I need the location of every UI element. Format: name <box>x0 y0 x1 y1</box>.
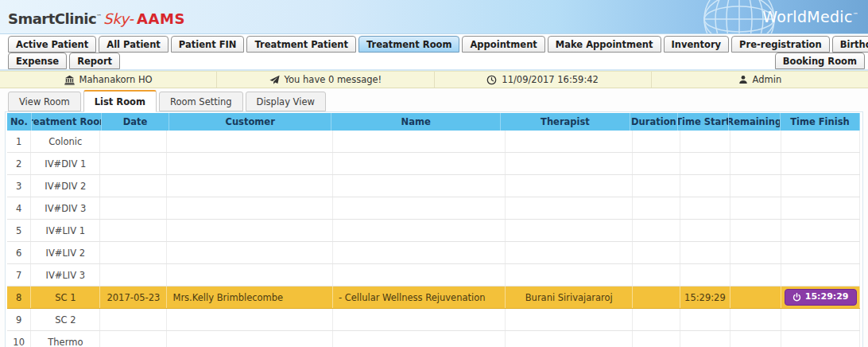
status-text: 11/09/2017 16:59:42 <box>502 74 599 85</box>
time-finish-button[interactable]: 15:29:29 <box>785 289 857 306</box>
main-menu: Active PatientAll PatientPatient FINTrea… <box>0 34 868 69</box>
table-row[interactable]: 4IV#DIV 3 <box>7 197 860 220</box>
status-mahanakorn-ho: Mahanakorn HO <box>0 72 217 88</box>
cell-therapist <box>506 242 633 263</box>
cell-time-finish <box>781 331 860 347</box>
tab-active-patient[interactable]: Active Patient <box>8 36 96 53</box>
cell-therapist <box>506 197 633 219</box>
cell-time-finish <box>781 197 860 219</box>
tab-appointment[interactable]: Appointment <box>462 36 544 53</box>
cell-no: 3 <box>7 175 31 197</box>
status-11-09-2017-16-59-42: 11/09/2017 16:59:42 <box>435 72 652 88</box>
cell-time-start <box>680 242 730 263</box>
subtab-display-view[interactable]: Display View <box>246 92 326 111</box>
subtab-room-setting[interactable]: Room Setting <box>159 92 243 111</box>
cell-remaining <box>730 242 782 263</box>
cell-name: - Cellular Wellness Rejuvenation <box>333 287 506 308</box>
room-table: No.Treatment RoomDateCustomerNameTherapi… <box>7 113 860 347</box>
col-header-date: Date <box>102 113 169 131</box>
cell-therapist <box>506 175 633 197</box>
brand-smartclinic: SmartClinic <box>8 10 96 27</box>
table-row[interactable]: 9SC 2 <box>7 309 860 331</box>
cell-date <box>100 131 167 152</box>
cell-treatment-room: IV#LIV 2 <box>31 242 100 263</box>
cell-time-finish <box>781 131 860 152</box>
cell-date <box>100 220 167 241</box>
cell-date <box>100 331 167 347</box>
cell-remaining <box>730 175 782 197</box>
cell-no: 2 <box>7 153 31 174</box>
status-text: You have 0 message! <box>285 74 382 85</box>
tab-treatment-room[interactable]: Treatment Room <box>358 36 459 53</box>
tab-report[interactable]: Report <box>69 53 120 69</box>
tab-all-patient[interactable]: All Patient <box>99 36 169 53</box>
table-row[interactable]: 10Thermo <box>7 331 860 347</box>
tab-treatment-patient[interactable]: Treatment Patient <box>246 36 356 53</box>
cell-date <box>100 175 167 197</box>
menu-row2-right-group: Booking Room <box>775 53 865 69</box>
cell-customer <box>167 131 332 152</box>
cell-remaining <box>730 331 782 347</box>
cell-no: 9 <box>7 309 31 330</box>
tab-make-appointment[interactable]: Make Appointment <box>548 36 661 53</box>
cell-date: 2017-05-23 <box>100 287 167 308</box>
cell-customer <box>167 197 332 219</box>
col-header-treatment-room: Treatment Room <box>32 113 102 131</box>
cell-customer <box>167 242 332 263</box>
cell-no: 10 <box>7 331 31 347</box>
cell-name <box>333 264 506 286</box>
table-body: 1Colonic2IV#DIV 13IV#DIV 24IV#DIV 35IV#L… <box>7 131 860 347</box>
tab-pre-registration[interactable]: Pre-registration <box>731 36 830 53</box>
cell-treatment-room: IV#DIV 2 <box>31 175 100 197</box>
cell-remaining <box>730 287 782 308</box>
tab-patient-fin[interactable]: Patient FIN <box>171 36 245 53</box>
cell-name <box>333 220 506 241</box>
cell-customer <box>167 153 332 174</box>
tab-inventory[interactable]: Inventory <box>664 36 730 53</box>
cell-duration <box>633 264 680 286</box>
cell-no: 6 <box>7 242 31 263</box>
table-row[interactable]: 8SC 12017-05-23Mrs.Kelly Brimblecombe- C… <box>7 287 860 309</box>
col-header-duration: Duration <box>630 113 678 131</box>
tab-birthday[interactable]: Birthday <box>832 36 868 53</box>
cell-treatment-room: IV#LIV 3 <box>31 264 100 286</box>
cell-time-finish <box>781 175 860 197</box>
table-row[interactable]: 3IV#DIV 2 <box>7 175 860 197</box>
cell-time-start <box>680 175 730 197</box>
table-row[interactable]: 1Colonic <box>7 131 860 153</box>
tab-expense[interactable]: Expense <box>8 53 67 69</box>
subtab-view-room[interactable]: View Room <box>8 92 81 111</box>
cell-treatment-room: SC 2 <box>31 309 100 330</box>
cell-time-start <box>680 264 730 286</box>
cell-no: 7 <box>7 264 31 286</box>
cell-duration <box>633 197 680 219</box>
tab-booking-room[interactable]: Booking Room <box>775 53 865 69</box>
table-row[interactable]: 5IV#LIV 1 <box>7 220 860 242</box>
cell-remaining <box>730 264 782 286</box>
cell-therapist <box>506 309 633 330</box>
status-bar: Mahanakorn HOYou have 0 message!11/09/20… <box>0 71 868 88</box>
menu-row-2: ExpenseReport Booking Room <box>8 53 865 69</box>
app-header: SmartClinic™Sky-AAMS WorldMedic™ <box>0 0 868 34</box>
cell-therapist: Burani Sirivajararoj <box>506 287 633 308</box>
table-row[interactable]: 6IV#LIV 2 <box>7 242 860 264</box>
clock-icon <box>486 75 497 85</box>
table-row[interactable]: 2IV#DIV 1 <box>7 153 860 175</box>
cell-treatment-room: IV#LIV 1 <box>31 220 100 241</box>
bank-icon <box>64 75 75 85</box>
app-logo: SmartClinic™Sky-AAMS <box>8 7 185 29</box>
status-text: Mahanakorn HO <box>79 74 153 85</box>
cell-time-finish: 15:29:29 <box>781 287 860 308</box>
cell-duration <box>633 309 680 330</box>
cell-duration <box>633 242 680 263</box>
cell-therapist <box>506 131 633 152</box>
vendor-trademark-mark: ™ <box>853 12 858 18</box>
subtab-list-room[interactable]: List Room <box>83 90 157 112</box>
col-header-customer: Customer <box>169 113 331 131</box>
cell-no: 1 <box>7 131 31 152</box>
table-row[interactable]: 7IV#LIV 3 <box>7 264 860 287</box>
cell-name <box>333 242 506 263</box>
cell-date <box>100 309 167 330</box>
cell-remaining <box>730 153 782 174</box>
col-header-time-finish: Time Finish <box>781 113 860 131</box>
